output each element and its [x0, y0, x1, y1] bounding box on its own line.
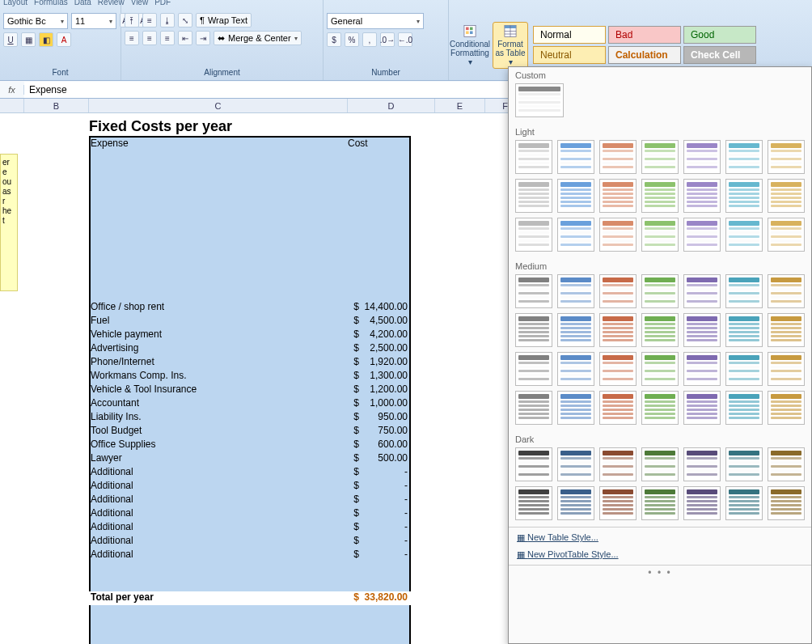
table-style-swatch[interactable] — [515, 179, 552, 213]
expense-row[interactable]: Office / shop rent $ 14,400.00 — [89, 301, 411, 315]
col-header-d[interactable]: D — [348, 99, 435, 112]
table-style-swatch[interactable] — [599, 391, 636, 425]
expense-row[interactable]: Additional $ - — [89, 521, 411, 535]
table-style-swatch[interactable] — [515, 447, 552, 481]
comment-note[interactable]: ereouasrhet — [0, 154, 18, 291]
table-style-swatch[interactable] — [641, 447, 679, 481]
table-style-swatch[interactable] — [725, 274, 763, 308]
increase-indent-icon[interactable]: ⇥ — [196, 31, 210, 45]
table-style-swatch[interactable] — [768, 313, 805, 347]
table-style-swatch[interactable] — [768, 179, 805, 213]
tab-review[interactable]: Review — [98, 0, 125, 7]
tab-formulas[interactable]: Formulas — [34, 0, 68, 7]
total-row[interactable]: Total per year $ 33,820.00 — [89, 591, 411, 605]
expense-row[interactable]: Fuel $ 4,500.00 — [89, 315, 411, 328]
border-icon[interactable]: ▦ — [21, 32, 36, 47]
table-style-swatch[interactable] — [641, 179, 679, 213]
cell-style-bad[interactable]: Bad — [608, 26, 681, 44]
table-style-swatch[interactable] — [515, 140, 552, 174]
table-style-swatch[interactable] — [515, 352, 552, 386]
expense-row[interactable]: Additional $ - — [89, 466, 411, 480]
table-style-swatch[interactable] — [557, 313, 594, 347]
table-style-swatch[interactable] — [515, 218, 552, 252]
table-style-swatch[interactable] — [557, 218, 594, 252]
table-style-swatch[interactable] — [683, 352, 721, 386]
table-style-swatch[interactable] — [683, 486, 721, 520]
table-style-swatch[interactable] — [725, 352, 763, 386]
table-style-swatch[interactable] — [641, 218, 679, 252]
table-style-swatch[interactable] — [557, 140, 594, 174]
table-style-swatch[interactable] — [599, 486, 636, 520]
table-style-swatch[interactable] — [599, 274, 636, 308]
cell-style-calculation[interactable]: Calculation — [608, 46, 681, 64]
new-pivot-style-link[interactable]: ▦ New PivotTable Style... — [517, 549, 803, 560]
table-style-swatch[interactable] — [557, 179, 594, 213]
header-row[interactable]: Expense Cost — [89, 138, 411, 151]
cell-style-check-cell[interactable]: Check Cell — [683, 46, 756, 64]
table-style-swatch[interactable] — [641, 391, 679, 425]
expense-row[interactable]: Additional $ - — [89, 507, 411, 521]
table-style-swatch[interactable] — [768, 140, 805, 174]
table-style-swatch[interactable] — [683, 140, 721, 174]
align-left-icon[interactable]: ≡ — [125, 31, 139, 45]
percent-icon[interactable]: % — [345, 32, 359, 47]
tab-data[interactable]: Data — [74, 0, 91, 7]
table-style-swatch[interactable] — [641, 352, 679, 386]
table-style-swatch[interactable] — [768, 218, 805, 252]
table-style-swatch[interactable] — [725, 218, 763, 252]
number-format-combo[interactable]: General▾ — [327, 13, 424, 29]
underline-icon[interactable]: U — [3, 32, 18, 47]
cell-style-neutral[interactable]: Neutral — [533, 46, 606, 64]
table-style-swatch[interactable] — [768, 274, 805, 308]
increase-decimal-icon[interactable]: .0→ — [380, 32, 395, 47]
table-style-swatch[interactable] — [725, 391, 763, 425]
table-style-swatch[interactable] — [725, 179, 763, 213]
currency-icon[interactable]: $ — [327, 32, 341, 47]
table-style-swatch[interactable] — [683, 274, 721, 308]
font-size-combo[interactable]: 11▾ — [71, 13, 116, 29]
tab-pdf[interactable]: PDF — [154, 0, 171, 7]
table-style-swatch[interactable] — [599, 352, 636, 386]
table-style-swatch[interactable] — [641, 486, 679, 520]
font-color-icon[interactable]: A — [57, 32, 71, 47]
tab-layout[interactable]: Layout — [3, 0, 27, 7]
align-bottom-icon[interactable]: ⭳ — [160, 13, 175, 28]
decrease-indent-icon[interactable]: ⇤ — [178, 31, 192, 45]
expense-row[interactable]: Phone/Internet $ 1,920.00 — [89, 356, 411, 370]
table-style-swatch[interactable] — [599, 179, 636, 213]
cell-style-normal[interactable]: Normal — [533, 26, 606, 44]
expense-row[interactable]: Workmans Comp. Ins. $ 1,300.00 — [89, 370, 411, 383]
col-header-c[interactable]: C — [89, 99, 348, 112]
orientation-icon[interactable]: ⤡ — [178, 13, 192, 28]
col-header-e[interactable]: E — [435, 99, 485, 112]
title-cell[interactable]: Fixed Costs per year — [89, 118, 232, 135]
table-style-swatch[interactable] — [641, 140, 679, 174]
table-style-swatch[interactable] — [768, 447, 805, 481]
expense-row[interactable]: Tool Budget $ 750.00 — [89, 425, 411, 439]
table-style-swatch[interactable] — [725, 313, 763, 347]
table-style-swatch[interactable] — [683, 179, 721, 213]
table-style-swatch[interactable] — [557, 486, 594, 520]
expense-row[interactable]: Liability Ins. $ 950.00 — [89, 411, 411, 425]
table-style-swatch[interactable] — [768, 391, 805, 425]
table-style-swatch[interactable] — [725, 486, 763, 520]
new-table-style-link[interactable]: ▦ New Table Style... — [517, 532, 803, 543]
expense-row[interactable]: Additional $ - — [89, 494, 411, 507]
conditional-formatting-button[interactable]: Conditional Formatting ▾ — [452, 22, 488, 69]
table-style-swatch[interactable] — [683, 391, 721, 425]
expense-row[interactable]: Vehicle payment $ 4,200.00 — [89, 328, 411, 342]
table-style-swatch[interactable] — [515, 391, 552, 425]
table-style-swatch[interactable] — [515, 313, 552, 347]
table-style-swatch[interactable] — [515, 274, 552, 308]
font-name-combo[interactable]: Gothic Bc▾ — [3, 13, 68, 29]
expense-row[interactable]: Accountant $ 1,000.00 — [89, 397, 411, 411]
table-style-swatch[interactable] — [599, 140, 636, 174]
table-styles-panel[interactable]: CustomLightMediumDark ▦ New Table Style.… — [508, 66, 812, 644]
expense-row[interactable]: Additional $ - — [89, 549, 411, 562]
comma-icon[interactable]: , — [362, 32, 377, 47]
align-right-icon[interactable]: ≡ — [160, 31, 175, 45]
fill-color-icon[interactable]: ◧ — [39, 32, 53, 47]
cell-style-good[interactable]: Good — [683, 26, 756, 44]
table-style-swatch[interactable] — [683, 313, 721, 347]
col-header-b[interactable]: B — [24, 99, 89, 112]
